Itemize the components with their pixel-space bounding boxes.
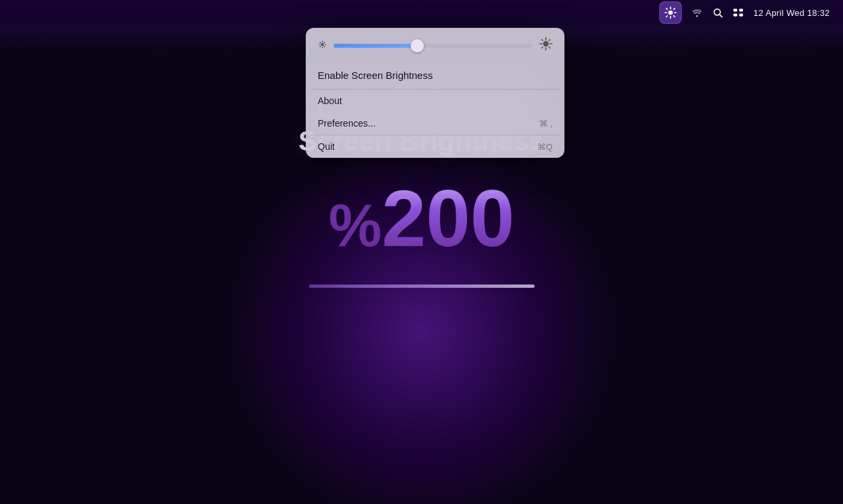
brightness-slider-track[interactable]	[334, 44, 533, 48]
svg-point-24	[543, 41, 549, 46]
menubar: 12 April Wed 18:32	[0, 0, 843, 25]
search-icon[interactable]	[712, 7, 723, 18]
svg-line-22	[324, 42, 324, 42]
brightness-slider-thumb[interactable]	[411, 39, 424, 52]
svg-rect-13	[734, 13, 738, 16]
wifi-icon[interactable]	[691, 7, 703, 18]
svg-line-23	[320, 46, 320, 46]
svg-line-31	[549, 40, 551, 41]
menubar-icon-group: 12 April Wed 18:32	[659, 1, 830, 24]
bottom-slider-bar[interactable]	[309, 284, 535, 288]
svg-line-29	[542, 40, 543, 41]
svg-line-30	[549, 47, 551, 48]
percent-value: 200	[381, 178, 514, 258]
svg-point-15	[321, 42, 324, 46]
about-menu-item[interactable]: About	[306, 90, 564, 112]
svg-line-5	[667, 9, 668, 10]
svg-point-0	[669, 11, 673, 15]
svg-rect-14	[739, 13, 743, 16]
preferences-shortcut: ⌘ ,	[539, 119, 552, 129]
brightness-slider-section	[306, 28, 564, 63]
dropdown-menu: Enable Screen Brightness About Preferenc…	[306, 28, 564, 158]
brightness-app-menubar-icon[interactable]	[659, 1, 682, 24]
quit-label: Quit	[318, 141, 335, 152]
brightness-app-svg	[664, 6, 677, 19]
svg-line-7	[674, 9, 675, 10]
quit-shortcut: ⌘Q	[537, 142, 552, 152]
brightness-slider-fill	[334, 44, 417, 48]
svg-line-10	[720, 15, 722, 17]
percent-symbol: %	[328, 196, 381, 255]
brightness-min-icon	[318, 40, 327, 52]
about-label: About	[318, 95, 342, 106]
percentage-display: % 200	[328, 178, 514, 258]
svg-line-8	[667, 16, 668, 17]
svg-rect-12	[739, 9, 743, 11]
svg-line-21	[324, 46, 324, 46]
enable-screen-brightness-label: Enable Screen Brightness	[318, 70, 432, 81]
preferences-menu-item[interactable]: Preferences... ⌘ ,	[306, 112, 564, 135]
svg-line-32	[542, 47, 543, 48]
svg-rect-11	[734, 9, 738, 11]
enable-screen-brightness-item[interactable]: Enable Screen Brightness	[306, 63, 564, 89]
control-center-icon[interactable]	[732, 7, 744, 18]
brightness-max-icon	[539, 37, 552, 54]
svg-line-6	[674, 16, 675, 17]
quit-menu-item[interactable]: Quit ⌘Q	[306, 135, 564, 158]
svg-line-20	[320, 42, 320, 42]
preferences-label: Preferences...	[318, 118, 375, 129]
menubar-datetime: 12 April Wed 18:32	[753, 8, 830, 18]
